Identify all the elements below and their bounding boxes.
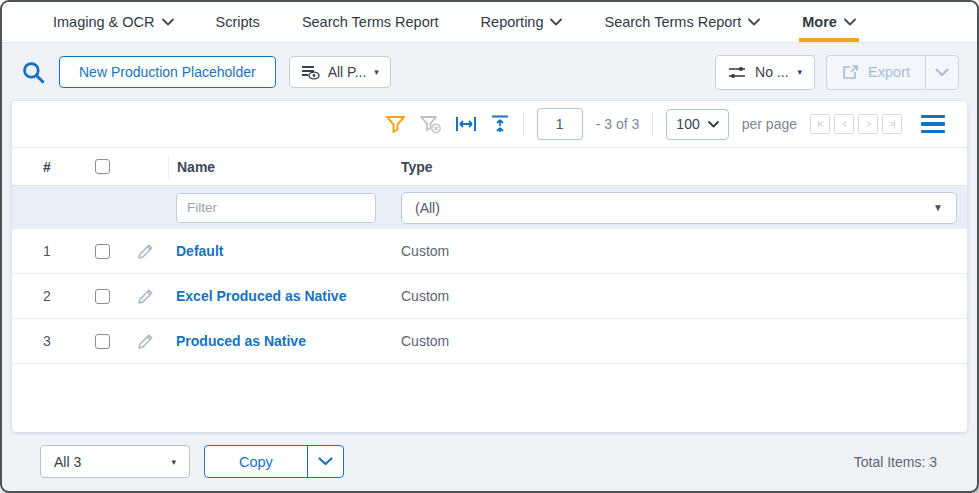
total-items-text: Total Items: 3 <box>854 454 937 470</box>
type-filter-select[interactable]: (All) ▼ <box>401 192 957 224</box>
caret-down-icon: ▼ <box>933 202 943 213</box>
view-eye-icon <box>301 65 320 80</box>
views-dropdown-value: All P... <box>328 64 367 80</box>
tab-reporting[interactable]: Reporting <box>460 2 584 42</box>
tab-search-terms-report-2[interactable]: Search Terms Report <box>583 2 781 42</box>
chevron-down-icon <box>935 68 949 77</box>
fit-width-icon <box>455 115 477 133</box>
mass-action-menu-button[interactable] <box>307 446 343 477</box>
tab-more[interactable]: More <box>781 2 877 42</box>
type-filter-value: (All) <box>415 200 440 216</box>
tab-scripts[interactable]: Scripts <box>195 2 281 42</box>
item-name-link[interactable]: Default <box>176 243 223 259</box>
columns-dropdown[interactable]: No ... ▾ <box>715 55 815 90</box>
item-name-link[interactable]: Excel Produced as Native <box>176 288 346 304</box>
row-checkbox[interactable] <box>95 334 110 349</box>
tab-label: Reporting <box>481 14 544 30</box>
row-checkbox[interactable] <box>95 244 110 259</box>
row-number: 1 <box>12 243 82 259</box>
mass-action-split-button: Copy <box>204 445 344 478</box>
table-header-row: # Name Type <box>12 148 967 186</box>
fit-height-icon <box>490 114 510 134</box>
export-button[interactable]: Export <box>827 56 925 89</box>
fit-row-height-button[interactable] <box>490 114 510 134</box>
tab-label: Search Terms Report <box>604 14 741 30</box>
action-toolbar: New Production Placeholder All P... ▾ <box>2 43 977 101</box>
select-all-checkbox[interactable] <box>95 159 110 174</box>
tab-label: Scripts <box>216 14 260 30</box>
page-range-text: - 3 of 3 <box>596 116 640 132</box>
caret-down-icon: ▾ <box>798 67 803 77</box>
page-number-input[interactable] <box>537 108 583 140</box>
new-production-placeholder-button[interactable]: New Production Placeholder <box>59 56 276 88</box>
table-row: 2 Excel Produced as Native Custom <box>12 274 967 319</box>
page-size-select[interactable]: 100 <box>666 109 728 140</box>
item-name-link[interactable]: Produced as Native <box>176 333 306 349</box>
pencil-icon[interactable] <box>136 242 155 261</box>
column-header-number: # <box>12 159 82 175</box>
export-split-button: Export <box>826 55 959 90</box>
per-page-label: per page <box>742 116 797 132</box>
tab-label: Imaging & OCR <box>53 14 155 30</box>
show-filters-button[interactable] <box>385 115 406 134</box>
funnel-clear-icon <box>419 115 442 134</box>
column-header-type: Type <box>393 159 967 175</box>
funnel-icon <box>385 115 406 134</box>
first-page-button[interactable]: |< <box>810 114 830 134</box>
next-page-button[interactable]: > <box>858 114 878 134</box>
pencil-icon[interactable] <box>136 332 155 351</box>
hamburger-icon <box>921 115 945 119</box>
row-number: 2 <box>12 288 82 304</box>
item-type: Custom <box>401 333 449 349</box>
pencil-icon[interactable] <box>136 287 155 306</box>
views-dropdown[interactable]: All P... ▾ <box>289 56 391 88</box>
table-filter-row: (All) ▼ <box>12 186 967 229</box>
table-row: 1 Default Custom <box>12 229 967 274</box>
tab-bar: Imaging & OCR Scripts Search Terms Repor… <box>2 2 977 43</box>
tab-label: Search Terms Report <box>302 14 439 30</box>
copy-button[interactable]: Copy <box>205 446 307 477</box>
name-filter-input[interactable] <box>176 193 376 223</box>
export-icon <box>842 64 859 80</box>
search-button[interactable] <box>20 59 46 85</box>
scope-select[interactable]: All 3 ▾ <box>40 445 190 478</box>
item-list-grid: - 3 of 3 100 per page |< < > >| # <box>12 101 967 432</box>
scope-select-value: All 3 <box>54 454 81 470</box>
last-page-button[interactable]: >| <box>882 114 902 134</box>
grid-toolbar: - 3 of 3 100 per page |< < > >| <box>12 101 967 148</box>
grid-menu-button[interactable] <box>921 115 945 134</box>
search-icon <box>20 59 46 85</box>
tab-search-terms-report[interactable]: Search Terms Report <box>281 2 460 42</box>
chevron-down-icon <box>162 18 174 26</box>
export-label: Export <box>868 64 910 80</box>
toolbar-right-group: No ... ▾ Export <box>715 55 959 90</box>
page-size-value: 100 <box>676 116 699 132</box>
chevron-down-icon <box>550 18 562 26</box>
app-window: Imaging & OCR Scripts Search Terms Repor… <box>0 0 979 493</box>
prev-page-button[interactable]: < <box>834 114 854 134</box>
chevron-down-icon <box>708 121 719 128</box>
tab-label: More <box>802 14 837 30</box>
chevron-down-icon <box>844 18 856 26</box>
fit-column-width-button[interactable] <box>455 115 477 133</box>
chevron-down-icon <box>318 457 333 466</box>
export-menu-button[interactable] <box>925 56 958 89</box>
columns-dropdown-value: No ... <box>755 64 788 80</box>
item-type: Custom <box>401 288 449 304</box>
sliders-icon <box>728 65 746 80</box>
divider <box>523 112 524 136</box>
row-number: 3 <box>12 333 82 349</box>
chevron-down-icon <box>748 18 760 26</box>
caret-down-icon: ▾ <box>374 67 379 77</box>
item-type: Custom <box>401 243 449 259</box>
clear-filters-button[interactable] <box>419 115 442 134</box>
tab-imaging-ocr[interactable]: Imaging & OCR <box>32 2 195 42</box>
row-checkbox[interactable] <box>95 289 110 304</box>
pager: |< < > >| <box>810 114 902 134</box>
divider <box>652 112 653 136</box>
column-header-name: Name <box>168 155 393 179</box>
caret-down-icon: ▾ <box>171 457 176 467</box>
table-row: 3 Produced as Native Custom <box>12 319 967 364</box>
grid-empty-area <box>12 364 967 432</box>
mass-action-bar: All 3 ▾ Copy Total Items: 3 <box>2 432 977 491</box>
